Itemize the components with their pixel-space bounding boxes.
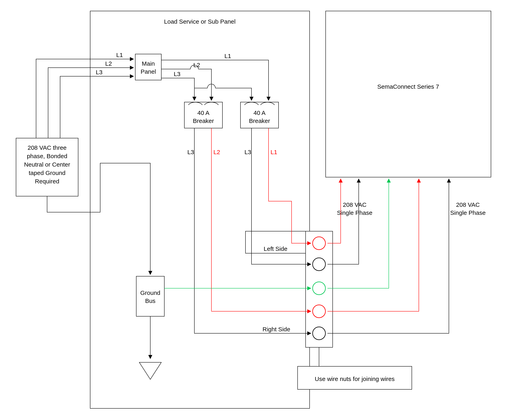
breaker1-l2: Breaker [193, 118, 214, 124]
breaker2-l1: 40 A [254, 110, 265, 116]
left-side-label: Left Side [264, 245, 287, 252]
wire-c3-sema-green [327, 179, 389, 288]
main-panel-box [135, 54, 161, 80]
source-l4: Required [35, 178, 59, 185]
sema-box [326, 11, 491, 177]
sema-title: SemaConnect Series 7 [377, 83, 439, 90]
main-panel-l1: Main [142, 60, 155, 67]
breaker1-l1: 40 A [197, 110, 209, 116]
source-l2: Neutral or Center [24, 161, 70, 168]
vac1-l0: 208 VAC [343, 201, 366, 208]
label-L1-in: L1 [116, 52, 123, 58]
label-L2-mp: L2 [193, 62, 200, 68]
label-L2-in: L2 [105, 60, 112, 67]
label-brk1-L2: L2 [213, 149, 220, 155]
right-side-label: Right Side [263, 326, 290, 332]
sub-panel-title: Load Service or Sub Panel [164, 18, 236, 25]
source-l0: 208 VAC three [28, 144, 67, 151]
sub-panel-box [90, 11, 310, 408]
source-l3: taped Ground [29, 170, 65, 176]
terminal-block [306, 231, 333, 347]
wiring-diagram: Load Service or Sub Panel Main Panel 40 … [0, 0, 511, 420]
label-brk1-L3: L3 [187, 149, 194, 155]
wire-c4-sema-red [327, 179, 419, 311]
label-brk2-L3: L3 [244, 149, 251, 155]
vac2-l0: 208 VAC [456, 201, 480, 208]
main-panel-l2: Panel [141, 68, 156, 75]
source-l1: phase, Bonded [27, 153, 67, 159]
label-L3-in: L3 [96, 69, 102, 75]
breaker2-l2: Breaker [249, 118, 270, 124]
vac2-l1: Single Phase [450, 210, 486, 216]
label-brk2-L1: L1 [271, 149, 277, 155]
vac1-l1: Single Phase [337, 210, 372, 216]
label-L3-mp: L3 [174, 71, 180, 77]
ground-bus-l2: Bus [145, 298, 155, 304]
ground-bus-box [136, 276, 164, 316]
ground-bus-l1: Ground [140, 289, 160, 296]
wire-nuts-text: Use wire nuts for joining wires [315, 375, 395, 382]
label-L1-mp: L1 [225, 53, 231, 59]
